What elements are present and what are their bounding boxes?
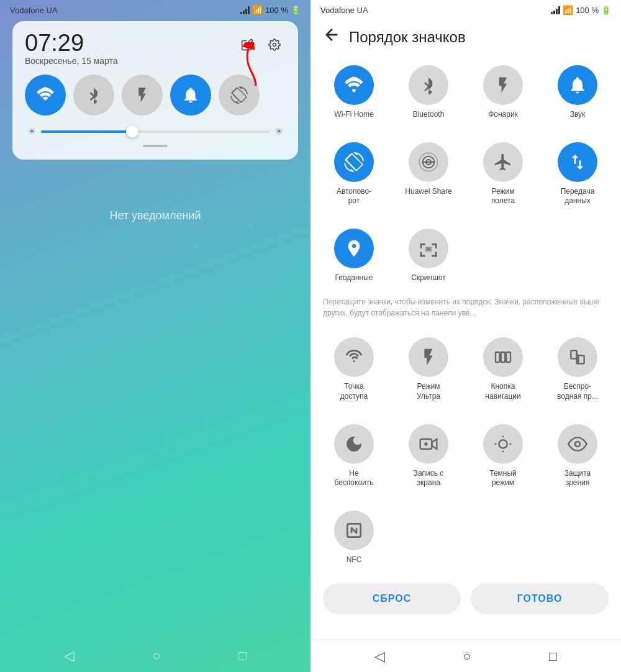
nav-back-right[interactable]: ◁	[374, 648, 385, 665]
grid-item-dark[interactable]: Темныйрежим	[466, 418, 540, 494]
grid-item-eye[interactable]: Защитазрения	[540, 418, 615, 494]
grid-item-airplane[interactable]: Режимполета	[466, 136, 540, 212]
svg-point-30	[575, 442, 580, 447]
wireless-icon	[558, 337, 597, 377]
grid-item-screenshot[interactable]: Скриншот	[391, 222, 466, 289]
wifi-icon	[334, 65, 374, 105]
nav-home-left[interactable]: ○	[152, 648, 160, 664]
nav-bar-left[interactable]: ◁ ○ □	[0, 640, 310, 672]
nav-bar-right[interactable]: ◁ ○ □	[310, 640, 621, 672]
flashlight-label: Фонарик	[488, 110, 518, 120]
signal-icon-right	[551, 6, 560, 14]
reset-button[interactable]: СБРОС	[323, 583, 461, 614]
notification-card: 07:29 Воскресенье, 15 марта	[12, 21, 298, 160]
grid-item-dnd[interactable]: Небеспокоить	[317, 418, 391, 494]
toggle-rotate[interactable]	[219, 75, 260, 116]
svg-rect-20	[506, 352, 510, 362]
ultra-icon	[409, 337, 448, 377]
toggle-flashlight[interactable]	[122, 75, 163, 116]
grid-item-nfc[interactable]: NFC	[317, 504, 391, 571]
brightness-max-icon: ☀	[274, 125, 283, 137]
grid-item-wifi[interactable]: Wi-Fi Home	[317, 59, 391, 126]
grid-item-bluetooth[interactable]: Bluetooth	[391, 59, 466, 126]
svg-rect-14	[432, 255, 437, 257]
card-top-icons[interactable]	[236, 34, 286, 56]
sound-label: Звук	[570, 110, 586, 120]
grid-item-ultra[interactable]: РежимУльтра	[391, 331, 466, 407]
svg-rect-17	[428, 349, 430, 356]
time-block: 07:29 Воскресенье, 15 марта	[25, 31, 118, 66]
quick-toggles[interactable]	[25, 75, 286, 116]
bluetooth-icon	[409, 65, 448, 105]
grid-item-data-transfer[interactable]: Передачаданных	[540, 136, 615, 212]
toggle-bluetooth[interactable]	[73, 75, 114, 116]
signal-icon	[240, 6, 250, 14]
grid-item-autorotate[interactable]: Автопово-рот	[317, 136, 391, 212]
settings-button[interactable]	[263, 34, 286, 56]
icons-grid-inactive-1: Точкадоступа РежимУльтра	[310, 326, 621, 412]
brightness-slider[interactable]	[41, 130, 270, 133]
hotspot-icon	[334, 337, 374, 377]
airplane-label: Режимполета	[491, 187, 515, 206]
screenshot-label: Скриншот	[411, 273, 445, 283]
brightness-row[interactable]: ☀ ☀	[25, 125, 286, 137]
nav-home-right[interactable]: ○	[463, 648, 471, 665]
nav-recents-right[interactable]: □	[549, 648, 557, 665]
svg-point-24	[424, 442, 427, 445]
grid-item-hotspot[interactable]: Точкадоступа	[317, 331, 391, 407]
nfc-icon	[334, 511, 374, 550]
edit-button[interactable]	[236, 34, 258, 56]
done-button[interactable]: ГОТОВО	[471, 583, 609, 614]
dark-label: Темныйрежим	[489, 469, 517, 488]
airplane-icon	[483, 142, 523, 182]
autorotate-label: Автопово-рот	[337, 187, 371, 206]
bottom-buttons[interactable]: СБРОС ГОТОВО	[310, 576, 621, 622]
nfc-empty-1	[391, 504, 466, 571]
ultra-label: РежимУльтра	[417, 382, 440, 401]
empty-cell-2	[540, 222, 615, 289]
hint-text: Перетащите значки, чтобы изменить их пор…	[310, 294, 621, 326]
record-label: Запись сэкрана	[414, 469, 444, 488]
grid-item-huawei-share[interactable]: Huawei Share	[391, 136, 466, 212]
icons-grid-top: Wi-Fi Home Bluetooth	[310, 54, 621, 131]
dark-icon	[483, 424, 523, 464]
no-notifications-text: Нет уведомлений	[109, 209, 201, 222]
svg-point-0	[273, 43, 276, 47]
carrier-left: Vodafone UA	[10, 6, 58, 15]
nav-recents-left[interactable]: □	[238, 648, 247, 664]
grid-item-nav-btn[interactable]: Кнопканавигации	[466, 331, 540, 407]
flashlight-icon	[483, 65, 523, 105]
nav-back-left[interactable]: ◁	[64, 648, 75, 664]
svg-point-2	[352, 89, 356, 93]
svg-rect-10	[435, 243, 437, 248]
brightness-min-icon: ☀	[27, 125, 36, 137]
carrier-right: Vodafone UA	[320, 6, 368, 15]
svg-rect-18	[496, 352, 500, 362]
nfc-empty-3	[540, 504, 615, 571]
icons-grid-inactive-2: Небеспокоить Запись сэкрана	[310, 413, 621, 499]
svg-rect-21	[571, 351, 576, 359]
grid-item-sound[interactable]: Звук	[540, 59, 615, 126]
grid-item-geo[interactable]: Геоданные	[317, 222, 391, 289]
nfc-empty-2	[466, 504, 540, 571]
nfc-label: NFC	[347, 555, 362, 565]
grid-item-record[interactable]: Запись сэкрана	[391, 418, 466, 494]
grid-item-wireless[interactable]: Беспро-водная пр...	[540, 331, 615, 407]
svg-rect-22	[578, 356, 584, 364]
back-button[interactable]	[323, 26, 340, 48]
toggle-bell[interactable]	[170, 75, 211, 116]
data-transfer-label: Передачаданных	[561, 187, 595, 206]
wifi-status-icon: 📶	[252, 5, 263, 15]
icons-grid-mid: Автопово-рот Huawei Share	[310, 131, 621, 217]
icons-scroll-area: Wi-Fi Home Bluetooth	[310, 54, 621, 640]
battery-icon-left: 🔋	[291, 6, 301, 15]
clock-date: Воскресенье, 15 марта	[25, 56, 118, 66]
grid-item-flashlight[interactable]: Фонарик	[466, 59, 540, 126]
status-right-left: 📶 100 % 🔋	[240, 5, 301, 15]
wireless-label: Беспро-водная пр...	[557, 382, 598, 401]
wifi-status-icon-right: 📶	[563, 5, 573, 15]
eye-label: Защитазрения	[564, 469, 591, 488]
svg-rect-8	[420, 243, 422, 248]
autorotate-icon	[334, 142, 374, 182]
toggle-wifi[interactable]	[25, 75, 66, 116]
